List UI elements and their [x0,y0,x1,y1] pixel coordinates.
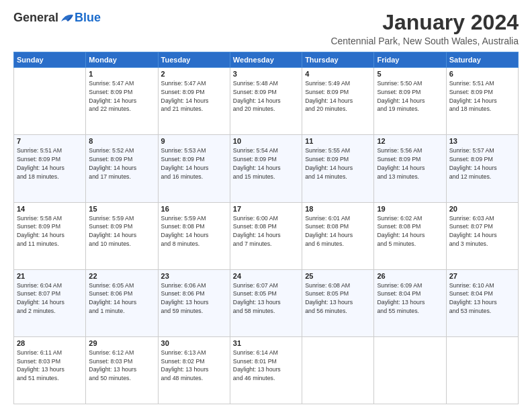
day-number: 21 [17,272,83,280]
col-tuesday: Tuesday [158,52,230,68]
calendar-week-row: 21Sunrise: 6:04 AM Sunset: 8:07 PM Dayli… [14,269,519,336]
table-row: 12Sunrise: 5:56 AM Sunset: 8:09 PM Dayli… [374,135,446,202]
table-row [302,336,374,404]
day-info: Sunrise: 6:04 AM Sunset: 8:07 PM Dayligh… [17,281,83,316]
day-number: 24 [233,272,299,280]
day-info: Sunrise: 6:12 AM Sunset: 8:03 PM Dayligh… [89,349,154,383]
table-row: 16Sunrise: 5:59 AM Sunset: 8:08 PM Dayli… [158,202,230,269]
table-row: 26Sunrise: 6:09 AM Sunset: 8:04 PM Dayli… [374,269,446,336]
table-row: 24Sunrise: 6:07 AM Sunset: 8:05 PM Dayli… [230,269,302,336]
table-row: 28Sunrise: 6:11 AM Sunset: 8:03 PM Dayli… [14,336,86,404]
day-number: 25 [305,272,371,280]
day-info: Sunrise: 5:54 AM Sunset: 8:09 PM Dayligh… [233,146,299,181]
day-number: 10 [233,137,299,145]
subtitle: Centennial Park, New South Wales, Austra… [330,36,519,46]
table-row: 3Sunrise: 5:48 AM Sunset: 8:09 PM Daylig… [230,68,302,135]
day-info: Sunrise: 5:50 AM Sunset: 8:09 PM Dayligh… [377,79,443,113]
table-row: 17Sunrise: 6:00 AM Sunset: 8:08 PM Dayli… [230,202,302,269]
day-number: 26 [377,272,443,280]
day-info: Sunrise: 6:02 AM Sunset: 8:08 PM Dayligh… [377,214,443,248]
day-info: Sunrise: 5:51 AM Sunset: 8:09 PM Dayligh… [449,79,515,113]
table-row: 31Sunrise: 6:14 AM Sunset: 8:01 PM Dayli… [230,336,302,404]
table-row: 18Sunrise: 6:01 AM Sunset: 8:08 PM Dayli… [302,202,374,269]
day-number: 19 [377,205,443,213]
day-info: Sunrise: 6:05 AM Sunset: 8:06 PM Dayligh… [89,281,154,316]
table-row [446,336,518,404]
table-row: 27Sunrise: 6:10 AM Sunset: 8:04 PM Dayli… [446,269,518,336]
day-number: 9 [161,137,227,145]
calendar-header: Sunday Monday Tuesday Wednesday Thursday… [14,52,519,68]
table-row: 8Sunrise: 5:52 AM Sunset: 8:09 PM Daylig… [86,135,158,202]
table-row: 21Sunrise: 6:04 AM Sunset: 8:07 PM Dayli… [14,269,86,336]
day-info: Sunrise: 6:10 AM Sunset: 8:04 PM Dayligh… [449,281,515,316]
table-row: 20Sunrise: 6:03 AM Sunset: 8:07 PM Dayli… [446,202,518,269]
day-number: 3 [233,70,299,78]
table-row: 4Sunrise: 5:49 AM Sunset: 8:09 PM Daylig… [302,68,374,135]
day-info: Sunrise: 5:58 AM Sunset: 8:09 PM Dayligh… [17,214,83,248]
table-row: 5Sunrise: 5:50 AM Sunset: 8:09 PM Daylig… [374,68,446,135]
table-row: 1Sunrise: 5:47 AM Sunset: 8:09 PM Daylig… [86,68,158,135]
day-info: Sunrise: 5:47 AM Sunset: 8:09 PM Dayligh… [89,79,154,113]
col-thursday: Thursday [302,52,374,68]
day-number: 1 [89,70,154,78]
table-row [374,336,446,404]
col-sunday: Sunday [14,52,86,68]
day-info: Sunrise: 5:49 AM Sunset: 8:09 PM Dayligh… [305,79,371,113]
logo-blue-text: Blue [75,11,101,25]
day-number: 23 [161,272,227,280]
table-row: 9Sunrise: 5:53 AM Sunset: 8:09 PM Daylig… [158,135,230,202]
day-number: 16 [161,205,227,213]
day-number: 7 [17,137,83,145]
col-monday: Monday [86,52,158,68]
calendar-week-row: 14Sunrise: 5:58 AM Sunset: 8:09 PM Dayli… [14,202,519,269]
day-number: 6 [449,70,515,78]
calendar-week-row: 1Sunrise: 5:47 AM Sunset: 8:09 PM Daylig… [14,68,519,135]
day-number: 12 [377,137,443,145]
table-row: 2Sunrise: 5:47 AM Sunset: 8:09 PM Daylig… [158,68,230,135]
day-info: Sunrise: 6:06 AM Sunset: 8:06 PM Dayligh… [161,281,227,316]
title-block: January 2024 Centennial Park, New South … [330,11,519,46]
table-row [14,68,86,135]
table-row: 25Sunrise: 6:08 AM Sunset: 8:05 PM Dayli… [302,269,374,336]
day-info: Sunrise: 5:59 AM Sunset: 8:09 PM Dayligh… [89,214,154,248]
day-number: 14 [17,205,83,213]
col-friday: Friday [374,52,446,68]
day-info: Sunrise: 6:13 AM Sunset: 8:02 PM Dayligh… [161,349,227,383]
day-number: 8 [89,137,154,145]
page: General Blue January 2024 Centennial Par… [0,0,532,411]
logo: General Blue [13,11,101,25]
day-number: 11 [305,137,371,145]
day-number: 31 [233,339,299,347]
table-row: 10Sunrise: 5:54 AM Sunset: 8:09 PM Dayli… [230,135,302,202]
table-row: 15Sunrise: 5:59 AM Sunset: 8:09 PM Dayli… [86,202,158,269]
day-info: Sunrise: 5:47 AM Sunset: 8:09 PM Dayligh… [161,79,227,113]
month-title: January 2024 [330,11,519,34]
col-wednesday: Wednesday [230,52,302,68]
table-row: 6Sunrise: 5:51 AM Sunset: 8:09 PM Daylig… [446,68,518,135]
table-row: 19Sunrise: 6:02 AM Sunset: 8:08 PM Dayli… [374,202,446,269]
day-info: Sunrise: 5:56 AM Sunset: 8:09 PM Dayligh… [377,146,443,181]
day-number: 30 [161,339,227,347]
day-number: 2 [161,70,227,78]
day-number: 18 [305,205,371,213]
day-info: Sunrise: 6:11 AM Sunset: 8:03 PM Dayligh… [17,349,83,383]
calendar-week-row: 28Sunrise: 6:11 AM Sunset: 8:03 PM Dayli… [14,336,519,404]
day-info: Sunrise: 5:59 AM Sunset: 8:08 PM Dayligh… [161,214,227,248]
day-number: 13 [449,137,515,145]
day-info: Sunrise: 6:03 AM Sunset: 8:07 PM Dayligh… [449,214,515,248]
table-row: 14Sunrise: 5:58 AM Sunset: 8:09 PM Dayli… [14,202,86,269]
calendar-body: 1Sunrise: 5:47 AM Sunset: 8:09 PM Daylig… [14,68,519,404]
day-number: 22 [89,272,154,280]
table-row: 29Sunrise: 6:12 AM Sunset: 8:03 PM Dayli… [86,336,158,404]
day-info: Sunrise: 6:01 AM Sunset: 8:08 PM Dayligh… [305,214,371,248]
day-info: Sunrise: 6:14 AM Sunset: 8:01 PM Dayligh… [233,349,299,383]
day-info: Sunrise: 5:55 AM Sunset: 8:09 PM Dayligh… [305,146,371,181]
table-row: 22Sunrise: 6:05 AM Sunset: 8:06 PM Dayli… [86,269,158,336]
calendar-week-row: 7Sunrise: 5:51 AM Sunset: 8:09 PM Daylig… [14,135,519,202]
calendar-table: Sunday Monday Tuesday Wednesday Thursday… [13,52,519,404]
table-row: 7Sunrise: 5:51 AM Sunset: 8:09 PM Daylig… [14,135,86,202]
day-number: 20 [449,205,515,213]
table-row: 23Sunrise: 6:06 AM Sunset: 8:06 PM Dayli… [158,269,230,336]
header: General Blue January 2024 Centennial Par… [13,11,519,46]
day-number: 5 [377,70,443,78]
